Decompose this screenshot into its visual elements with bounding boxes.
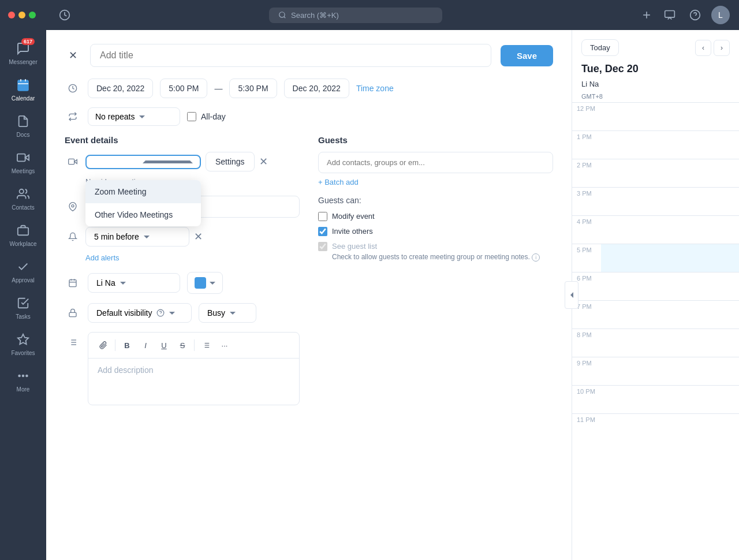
remove-video-button[interactable]: ✕ <box>259 155 268 168</box>
prev-day-button[interactable]: ‹ <box>695 40 711 56</box>
reminder-dropdown[interactable]: 5 min before <box>85 227 189 247</box>
traffic-light-yellow[interactable] <box>18 12 25 18</box>
search-bar[interactable]: Search (⌘+K) <box>269 8 442 23</box>
description-input[interactable]: Add description <box>88 359 299 405</box>
sidebar-label-messenger: Messenger <box>9 59 37 65</box>
approval-icon <box>15 259 31 275</box>
sidebar-item-docs[interactable]: Docs <box>0 107 46 144</box>
start-date-button[interactable]: Dec 20, 2022 <box>88 79 153 98</box>
end-date-button[interactable]: Dec 20, 2022 <box>284 79 349 98</box>
sidebar-item-favorites[interactable]: Favorites <box>0 326 46 362</box>
timezone-button[interactable]: Time zone <box>356 84 394 93</box>
sidebar-item-messenger[interactable]: 617 Messenger <box>0 35 46 71</box>
time-slot-12pm: 12 PM <box>572 102 739 130</box>
sidebar-item-contacts[interactable]: Contacts <box>0 180 46 216</box>
collapse-button[interactable] <box>565 281 578 309</box>
allday-checkbox-label[interactable]: All-day <box>187 112 226 121</box>
strikethrough-button[interactable]: S <box>174 337 191 353</box>
time-content <box>601 272 739 300</box>
remove-reminder-button[interactable]: ✕ <box>194 230 203 243</box>
next-day-button[interactable]: › <box>714 40 730 56</box>
guests-input[interactable] <box>318 152 553 173</box>
repeat-dropdown[interactable]: No repeats <box>88 107 180 126</box>
traffic-light-green[interactable] <box>29 12 36 18</box>
attach-button[interactable] <box>95 337 111 353</box>
search-placeholder: Search (⌘+K) <box>291 11 339 20</box>
svg-line-2 <box>284 17 286 18</box>
add-event-button[interactable] <box>637 6 656 24</box>
sidebar-item-tasks[interactable]: Tasks <box>0 289 46 326</box>
today-button[interactable]: Today <box>581 39 619 56</box>
event-details-section: Event details <box>65 135 300 415</box>
sidebar-item-workplace[interactable]: Workplace <box>0 216 46 253</box>
video-option-other[interactable]: Other Video Meetings <box>85 203 201 226</box>
messenger-badge: 617 <box>21 38 35 45</box>
status-dropdown[interactable]: Busy <box>199 303 256 323</box>
sidebar-item-calendar[interactable]: 14 Calendar <box>0 71 46 107</box>
calendar-row-icon <box>65 278 81 288</box>
start-time-button[interactable]: 5:00 PM <box>160 79 207 98</box>
visibility-help-icon <box>156 309 165 317</box>
settings-button[interactable]: Settings <box>206 152 255 171</box>
visibility-dropdown[interactable]: Default visibility <box>88 303 192 323</box>
sidebar-item-more[interactable]: More <box>0 362 46 398</box>
color-dropdown[interactable] <box>187 272 223 294</box>
video-option-zoom[interactable]: Zoom Meeting <box>85 180 201 203</box>
bold-button[interactable]: B <box>119 337 135 353</box>
add-alerts-button[interactable]: Add alerts <box>85 253 120 262</box>
see-guest-sublabel: Check to allow guests to create meeting … <box>332 252 540 262</box>
description-placeholder: Add description <box>98 365 154 375</box>
list-button[interactable] <box>198 337 214 353</box>
sidebar-item-meetings[interactable]: Meetings <box>0 144 46 180</box>
end-time-button[interactable]: 5:30 PM <box>229 79 277 98</box>
calendar-owner-dropdown[interactable]: Li Na <box>88 273 180 293</box>
video-icon <box>65 157 81 166</box>
more-format-button[interactable]: ··· <box>217 337 233 353</box>
time-slot-5pm: 5 PM <box>572 244 739 272</box>
sidebar-item-approval[interactable]: Approval <box>0 253 46 289</box>
time-slot-2pm: 2 PM <box>572 159 739 187</box>
save-button[interactable]: Save <box>501 45 553 66</box>
sidebar-label-contacts: Contacts <box>12 204 34 211</box>
visibility-chevron <box>169 312 175 315</box>
traffic-light-red[interactable] <box>8 12 15 18</box>
invite-others-checkbox[interactable] <box>318 227 327 236</box>
calendar-owner-chevron <box>120 282 126 285</box>
history-icon[interactable] <box>55 6 74 24</box>
close-button[interactable]: ✕ <box>65 47 81 64</box>
svg-rect-23 <box>69 159 74 164</box>
invite-others-label[interactable]: Invite others <box>332 227 373 236</box>
modify-event-checkbox[interactable] <box>318 212 327 221</box>
modify-event-label[interactable]: Modify event <box>332 212 375 221</box>
time-content <box>601 159 739 187</box>
more-icon <box>15 368 31 384</box>
svg-point-15 <box>20 189 24 193</box>
user-avatar[interactable]: L <box>711 6 730 24</box>
lock-icon <box>65 308 81 318</box>
time-label: 4 PM <box>572 216 601 225</box>
italic-button[interactable]: I <box>137 337 154 353</box>
underline-button[interactable]: U <box>156 337 172 353</box>
sidebar-label-calendar: Calendar <box>12 95 35 102</box>
svg-rect-29 <box>69 312 76 316</box>
time-slot-10pm: 10 PM <box>572 385 739 413</box>
sidebar-label-meetings: Meetings <box>12 168 35 174</box>
info-icon: i <box>532 253 540 262</box>
time-slot-3pm: 3 PM <box>572 187 739 215</box>
messenger-icon: 617 <box>15 40 31 57</box>
video-meeting-dropdown[interactable] <box>85 155 201 169</box>
video-dropdown-chevron <box>143 160 193 163</box>
svg-rect-25 <box>69 280 76 287</box>
reminder-chevron <box>144 236 150 238</box>
permission-see-guest: See guest list Check to allow guests to … <box>318 241 553 262</box>
title-input[interactable] <box>90 44 491 67</box>
reminder-label: 5 min before <box>94 232 139 241</box>
docs-icon <box>15 113 31 129</box>
svg-point-20 <box>26 375 28 377</box>
screen-share-icon[interactable] <box>660 6 679 24</box>
repeat-chevron <box>139 115 145 118</box>
allday-checkbox[interactable] <box>187 112 196 121</box>
help-icon[interactable] <box>686 6 704 24</box>
time-content <box>601 131 739 159</box>
batch-add-button[interactable]: + Batch add <box>318 178 359 186</box>
